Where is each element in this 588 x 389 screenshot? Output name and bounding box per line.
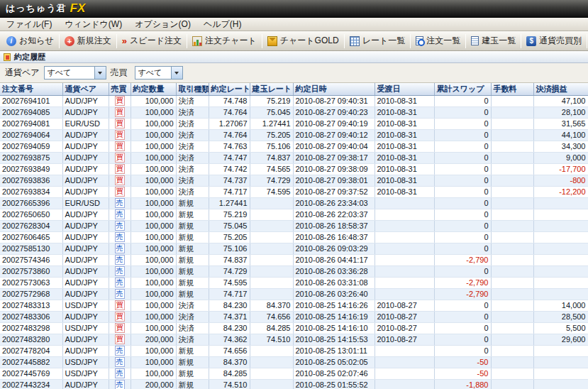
toolbar-item-chart-gold[interactable]: チャートGOLD [263,33,343,50]
currency-pair-cell: AUD/JPY [62,334,109,345]
table-row[interactable]: 20027483306AUD/JPY買100,000決済74.37174.656… [0,311,588,322]
execution-datetime-cell: 2010-08-25 14:16:26 [293,300,375,311]
accumulated-swap-cell: 0 [434,197,491,209]
column-header-currency-pair[interactable]: 通貨ペア [62,83,109,95]
toolbar-item-new-order[interactable]: + 新規注文 [60,33,116,50]
column-header-execution-datetime[interactable]: 約定日時 [293,83,375,95]
table-row[interactable]: 20027665396EUR/USD売100,000新規1.274412010-… [0,197,588,209]
table-row[interactable]: 20027693834AUD/JPY買100,000決済74.71774.595… [0,186,588,197]
realized-pl-cell [533,265,588,277]
order-number-cell: 20027694064 [0,129,62,141]
currency-pair-select[interactable]: すべて [44,66,106,80]
table-row[interactable]: 20027606465AUD/JPY売100,000新規75.2052010-0… [0,231,588,243]
accumulated-swap-cell: 0 [434,209,491,220]
trade-type-cell: 決済 [176,152,209,163]
side-cell: 買 [109,118,131,129]
menu-help[interactable]: ヘルプ(H) [197,18,248,31]
currency-pair-cell: USD/JPY [62,322,109,334]
sell-badge: 売 [115,221,125,231]
column-header-quantity[interactable]: 約定数量 [131,83,176,95]
table-row[interactable]: 20027628304AUD/JPY売100,000新規75.0452010-0… [0,220,588,231]
column-header-settlement-date[interactable]: 受渡日 [375,83,434,95]
execution-rate-cell: 74.764 [209,106,250,118]
table-row[interactable]: 20027443234AUD/JPY売200,000新規74.5102010-0… [0,379,588,389]
menu-options[interactable]: オプション(O) [128,18,197,31]
toolbar-item-order-chart[interactable]: 注文チャート [188,33,261,50]
position-rate-cell [250,345,293,356]
commission-cell [491,152,533,163]
currency-pair-cell: AUD/JPY [62,311,109,322]
currency-pair-cell: AUD/JPY [62,288,109,300]
table-row[interactable]: 20027483280AUD/JPY買200,000決済74.36274.510… [0,334,588,345]
order-number-cell: 20027483313 [0,300,62,311]
column-header-trade-type[interactable]: 取引種類 [176,83,209,95]
toolbar-item-rate-list[interactable]: レート一覧 [345,33,410,50]
table-row[interactable]: 20027483313USD/JPY買100,000決済84.23084.370… [0,300,588,311]
settlement-date-cell [375,265,434,277]
quantity-cell: 100,000 [131,106,176,118]
realized-pl-cell [533,254,588,265]
column-header-realized-pl[interactable]: 決済損益 [533,83,588,95]
order-number-cell: 20027573860 [0,265,62,277]
accumulated-swap-cell: 0 [434,152,491,163]
table-row[interactable]: 20027694101AUD/JPY買100,000決済74.74875.219… [0,95,588,106]
commission-cell [491,231,533,243]
currency-pair-cell: AUD/JPY [62,220,109,231]
table-row[interactable]: 20027694085AUD/JPY買100,000決済74.76475.045… [0,106,588,118]
settlement-date-cell: 2010-08-31 [375,152,434,163]
trade-type-cell: 新規 [176,356,209,368]
position-rate-cell [250,368,293,379]
table-row[interactable]: 20027694064AUD/JPY買100,000決済74.76475.205… [0,129,588,141]
menu-file[interactable]: ファイル(F) [0,18,58,31]
accumulated-swap-cell: 0 [434,129,491,141]
table-row[interactable]: 20027574346AUD/JPY売100,000新規74.8372010-0… [0,254,588,265]
table-row[interactable]: 20027572968AUD/JPY売100,000新規74.7172010-0… [0,288,588,300]
accumulated-swap-cell: -2,790 [434,254,491,265]
column-header-commission[interactable]: 手数料 [491,83,533,95]
table-row[interactable]: 20027693836AUD/JPY買100,000決済74.73774.729… [0,175,588,186]
realized-pl-cell [533,345,588,356]
table-row[interactable]: 20027694081EUR/USD買100,000決済1.270671.274… [0,118,588,129]
side-select-button[interactable] [171,67,182,79]
table-row[interactable]: 20027445882USD/JPY売100,000新規84.3702010-0… [0,356,588,368]
table-row[interactable]: 20027585130AUD/JPY売100,000新規75.1062010-0… [0,243,588,254]
execution-rate-cell: 74.656 [209,345,250,356]
table-row[interactable]: 20027478204AUD/JPY売100,000新規74.6562010-0… [0,345,588,356]
toolbar-item-speed-order[interactable]: » スピード注文 [118,33,186,50]
toolbar-item-announcements[interactable]: i お知らせ [2,33,58,50]
toolbar-item-position-list[interactable]: 建玉一覧 [467,33,520,50]
toolbar-item-currency-summary[interactable]: $ 通貨売買別 [522,33,586,50]
column-header-position-rate[interactable]: 建玉レート [250,83,293,95]
table-row[interactable]: 20027650650AUD/JPY売100,000新規75.2192010-0… [0,209,588,220]
currency-pair-select-button[interactable] [94,67,106,79]
order-number-cell: 20027665396 [0,197,62,209]
toolbar-item-order-list[interactable]: 注文一覧 [411,33,465,50]
column-header-execution-rate[interactable]: 約定レート [209,83,250,95]
column-header-order-number[interactable]: 注文番号 [0,83,62,95]
order-number-cell: 20027445769 [0,368,62,379]
position-rate-cell [250,254,293,265]
trade-type-cell: 新規 [176,209,209,220]
trade-type-cell: 決済 [176,118,209,129]
toolbar-item-label: 通貨売買別 [539,35,582,47]
quantity-cell: 100,000 [131,300,176,311]
trade-type-cell: 決済 [176,322,209,334]
position-rate-cell: 84.370 [250,300,293,311]
side-select[interactable]: すべて [135,66,183,80]
menu-window[interactable]: ウィンドウ(W) [58,18,128,31]
execution-rate-cell: 74.510 [209,379,250,389]
accumulated-swap-cell: 0 [434,141,491,152]
position-rate-cell: 75.045 [250,106,293,118]
commission-cell [491,379,533,389]
table-row[interactable]: 20027573860AUD/JPY売100,000新規74.7292010-0… [0,265,588,277]
table-row[interactable]: 20027693849AUD/JPY買100,000決済74.74274.565… [0,163,588,175]
column-header-accumulated-swap[interactable]: 累計スワップ [434,83,491,95]
table-row[interactable]: 20027483298USD/JPY買100,000決済84.23084.285… [0,322,588,334]
table-row[interactable]: 20027694059AUD/JPY買100,000決済74.76375.106… [0,141,588,152]
realized-pl-cell [533,197,588,209]
realized-pl-cell [533,277,588,288]
column-header-side[interactable]: 売買 [109,83,131,95]
table-row[interactable]: 20027445769USD/JPY売100,000新規84.2852010-0… [0,368,588,379]
table-row[interactable]: 20027693875AUD/JPY買100,000決済74.74774.837… [0,152,588,163]
table-row[interactable]: 20027573063AUD/JPY売100,000新規74.5952010-0… [0,277,588,288]
